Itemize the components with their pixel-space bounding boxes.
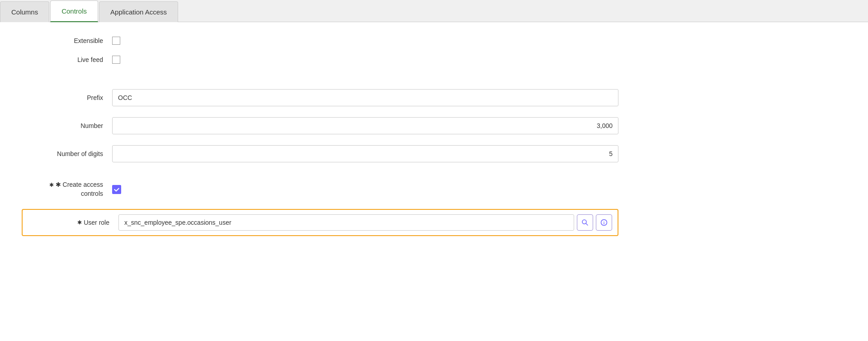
create-access-controls-checkbox[interactable] — [112, 185, 121, 194]
user-role-info-button[interactable]: i — [596, 214, 612, 231]
user-role-highlighted-wrapper: ✱ User role i — [22, 209, 618, 236]
tab-controls[interactable]: Controls — [50, 0, 98, 22]
extensible-label: Extensible — [22, 37, 112, 44]
prefix-input[interactable] — [112, 89, 618, 106]
user-role-input-area: i — [118, 214, 612, 231]
page-container: Columns Controls Application Access Exte… — [0, 0, 868, 341]
svg-line-1 — [586, 223, 588, 225]
create-access-controls-checkbox-wrapper — [112, 185, 121, 194]
number-of-digits-row: Number of digits — [22, 145, 846, 162]
user-role-row: ✱ User role i — [22, 209, 846, 236]
extensible-checkbox-wrapper — [112, 37, 120, 45]
number-row: Number — [22, 117, 846, 134]
livefeed-checkbox-wrapper — [112, 56, 120, 64]
user-role-label: User role — [84, 219, 109, 226]
user-role-search-button[interactable] — [577, 214, 593, 231]
tab-bar: Columns Controls Application Access — [0, 0, 868, 22]
user-role-label-area: ✱ User role — [28, 219, 118, 226]
create-access-controls-label: ✱ Create access controls — [22, 180, 112, 198]
svg-text:i: i — [604, 221, 605, 225]
user-role-required-star: ✱ — [77, 219, 82, 226]
extensible-row: Extensible — [22, 37, 846, 45]
info-icon: i — [600, 219, 608, 226]
tab-columns[interactable]: Columns — [0, 1, 49, 22]
user-role-input[interactable] — [118, 214, 574, 231]
content-area: Extensible Live feed Prefix Number Numbe… — [0, 22, 868, 341]
create-access-controls-row: ✱ Create access controls — [22, 180, 846, 198]
search-icon — [581, 219, 589, 226]
livefeed-label: Live feed — [22, 56, 112, 63]
number-of-digits-input[interactable] — [112, 145, 618, 162]
number-input[interactable] — [112, 117, 618, 134]
extensible-checkbox[interactable] — [112, 37, 120, 45]
number-of-digits-label: Number of digits — [22, 150, 112, 157]
livefeed-checkbox[interactable] — [112, 56, 120, 64]
tab-application-access[interactable]: Application Access — [99, 1, 178, 22]
checkmark-icon — [113, 186, 120, 193]
number-label: Number — [22, 122, 112, 129]
livefeed-row: Live feed — [22, 56, 846, 64]
prefix-label: Prefix — [22, 94, 112, 101]
prefix-row: Prefix — [22, 89, 846, 106]
